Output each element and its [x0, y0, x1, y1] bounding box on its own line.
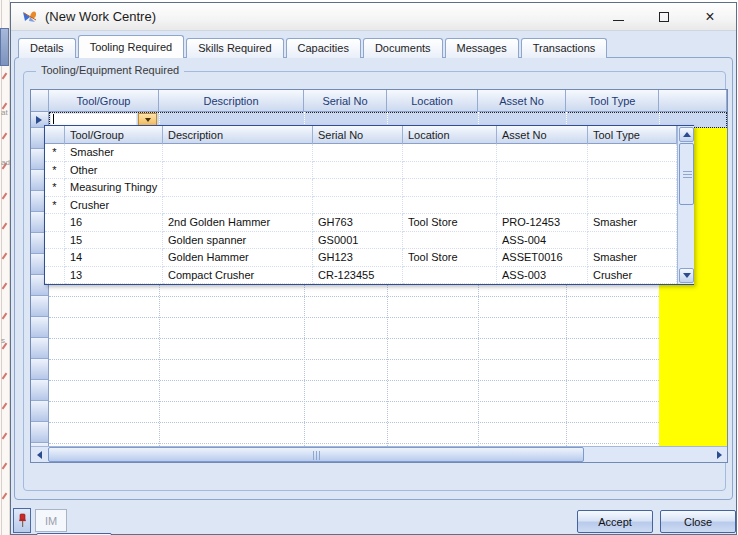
- dropdown-cell-location[interactable]: Tool Store: [403, 214, 497, 232]
- dropdown-cell-description[interactable]: [163, 144, 313, 162]
- row-indicator-cell[interactable]: [31, 380, 49, 401]
- dropdown-cell-tool_type[interactable]: [588, 197, 677, 215]
- scroll-left-button[interactable]: [31, 447, 47, 462]
- dropdown-cell-tool_type[interactable]: [588, 179, 677, 197]
- row-indicator-cell[interactable]: [31, 422, 49, 443]
- horizontal-scrollbar[interactable]: [31, 446, 727, 462]
- tab-messages[interactable]: Messages: [445, 38, 519, 58]
- dropdown-cell-tool_type[interactable]: [588, 162, 677, 180]
- dropdown-cell-location[interactable]: [403, 267, 497, 285]
- dropdown-cell-description[interactable]: Golden spanner: [163, 232, 313, 250]
- dropdown-cell-serial_no[interactable]: GH763: [313, 214, 403, 232]
- dropdown-row[interactable]: *Crusher: [45, 197, 677, 215]
- window-titlebar[interactable]: (New Work Centre) ×: [11, 3, 736, 31]
- grid-header-row[interactable]: Tool/GroupDescriptionSerial NoLocationAs…: [31, 90, 727, 112]
- dropdown-cell-location[interactable]: [403, 179, 497, 197]
- row-indicator-cell[interactable]: [31, 296, 49, 317]
- tab-capacities[interactable]: Capacities: [286, 38, 361, 58]
- dropdown-cell-tool_group[interactable]: 16: [65, 214, 163, 232]
- tab-tooling-required[interactable]: Tooling Required: [78, 35, 185, 58]
- dropdown-cell-tool_group[interactable]: 14: [65, 249, 163, 267]
- dropdown-cell-marker[interactable]: *: [45, 144, 65, 162]
- dropdown-cell-serial_no[interactable]: CR-123455: [313, 267, 403, 285]
- dropdown-cell-tool_group[interactable]: Other: [65, 162, 163, 180]
- dropdown-cell-description[interactable]: 2nd Golden Hammer: [163, 214, 313, 232]
- dropdown-cell-location[interactable]: Tool Store: [403, 249, 497, 267]
- dropdown-cell-marker[interactable]: [45, 214, 65, 232]
- dropdown-cell-marker[interactable]: [45, 249, 65, 267]
- dropdown-vertical-scrollbar[interactable]: [677, 126, 694, 284]
- grid-header-asset-no[interactable]: Asset No: [478, 90, 566, 112]
- minimize-button[interactable]: [603, 6, 633, 27]
- dropdown-cell-location[interactable]: [403, 144, 497, 162]
- dropdown-cell-asset_no[interactable]: [497, 162, 588, 180]
- dropdown-cell-location[interactable]: [403, 232, 497, 250]
- row-indicator-cell[interactable]: [31, 317, 49, 338]
- dropdown-cell-tool_group[interactable]: 13: [65, 267, 163, 285]
- dropdown-cell-asset_no[interactable]: [497, 179, 588, 197]
- dropdown-cell-serial_no[interactable]: [313, 144, 403, 162]
- dropdown-row[interactable]: 15Golden spannerGS0001ASS-004: [45, 232, 677, 250]
- pin-button[interactable]: [13, 508, 31, 533]
- scroll-down-button[interactable]: [679, 268, 694, 283]
- grid-header-serial-no[interactable]: Serial No: [304, 90, 387, 112]
- row-indicator-cell[interactable]: [31, 359, 49, 380]
- dropdown-cell-tool_type[interactable]: [588, 232, 677, 250]
- row-indicator-cell[interactable]: [31, 338, 49, 359]
- tab-details[interactable]: Details: [18, 38, 76, 58]
- dropdown-cell-location[interactable]: [403, 197, 497, 215]
- dropdown-cell-tool_group[interactable]: 15: [65, 232, 163, 250]
- dropdown-cell-tool_type[interactable]: [588, 144, 677, 162]
- dropdown-cell-marker[interactable]: *: [45, 197, 65, 215]
- dropdown-cell-asset_no[interactable]: ASS-004: [497, 232, 588, 250]
- horizontal-scroll-thumb[interactable]: [48, 447, 584, 462]
- dropdown-cell-asset_no[interactable]: [497, 144, 588, 162]
- dropdown-row[interactable]: *Other: [45, 162, 677, 180]
- dropdown-cell-asset_no[interactable]: ASS-003: [497, 267, 588, 285]
- dropdown-row[interactable]: *Smasher: [45, 144, 677, 162]
- dropdown-row[interactable]: *Measuring Thingy: [45, 179, 677, 197]
- dropdown-row[interactable]: 13Compact CrusherCR-123455ASS-003Crusher: [45, 267, 677, 285]
- dropdown-row[interactable]: 14Golden HammerGH123Tool StoreASSET0016S…: [45, 249, 677, 267]
- close-button[interactable]: ×: [695, 6, 725, 27]
- dropdown-cell-description[interactable]: [163, 179, 313, 197]
- grid-header-description[interactable]: Description: [159, 90, 304, 112]
- dropdown-cell-serial_no[interactable]: [313, 179, 403, 197]
- grid-header-tool-type[interactable]: Tool Type: [566, 90, 659, 112]
- tab-transactions[interactable]: Transactions: [521, 38, 608, 58]
- tool-group-dropdown-popup[interactable]: Tool/GroupDescriptionSerial NoLocationAs…: [44, 125, 694, 285]
- accept-button[interactable]: Accept: [577, 510, 653, 533]
- grid-header-location[interactable]: Location: [387, 90, 478, 112]
- dropdown-cell-tool_group[interactable]: Crusher: [65, 197, 163, 215]
- dropdown-cell-asset_no[interactable]: PRO-12453: [497, 214, 588, 232]
- tab-skills-required[interactable]: Skills Required: [186, 38, 283, 58]
- scroll-right-button[interactable]: [711, 447, 727, 462]
- dropdown-cell-tool_group[interactable]: Smasher: [65, 144, 163, 162]
- dropdown-cell-asset_no[interactable]: [497, 197, 588, 215]
- vertical-scroll-thumb[interactable]: [679, 143, 694, 205]
- dropdown-cell-marker[interactable]: [45, 232, 65, 250]
- dropdown-cell-tool_type[interactable]: Crusher: [588, 267, 677, 285]
- dropdown-cell-tool_type[interactable]: Smasher: [588, 249, 677, 267]
- dropdown-cell-serial_no[interactable]: [313, 162, 403, 180]
- scroll-up-button[interactable]: [679, 127, 694, 142]
- dropdown-row[interactable]: 162nd Golden HammerGH763Tool StorePRO-12…: [45, 214, 677, 232]
- im-button[interactable]: IM: [35, 509, 67, 532]
- dropdown-cell-marker[interactable]: [45, 267, 65, 285]
- tab-documents[interactable]: Documents: [363, 38, 443, 58]
- maximize-button[interactable]: [649, 6, 679, 27]
- dropdown-cell-description[interactable]: Compact Crusher: [163, 267, 313, 285]
- dropdown-cell-serial_no[interactable]: [313, 197, 403, 215]
- dropdown-cell-marker[interactable]: *: [45, 162, 65, 180]
- dropdown-cell-description[interactable]: [163, 162, 313, 180]
- dropdown-cell-description[interactable]: [163, 197, 313, 215]
- dropdown-cell-tool_group[interactable]: Measuring Thingy: [65, 179, 163, 197]
- close-button-footer[interactable]: Close: [660, 510, 736, 533]
- dropdown-cell-serial_no[interactable]: GS0001: [313, 232, 403, 250]
- dropdown-cell-asset_no[interactable]: ASSET0016: [497, 249, 588, 267]
- dropdown-cell-serial_no[interactable]: GH123: [313, 249, 403, 267]
- dropdown-cell-location[interactable]: [403, 162, 497, 180]
- dropdown-cell-description[interactable]: Golden Hammer: [163, 249, 313, 267]
- grid-header-tool-group[interactable]: Tool/Group: [49, 90, 159, 112]
- dropdown-cell-tool_type[interactable]: Smasher: [588, 214, 677, 232]
